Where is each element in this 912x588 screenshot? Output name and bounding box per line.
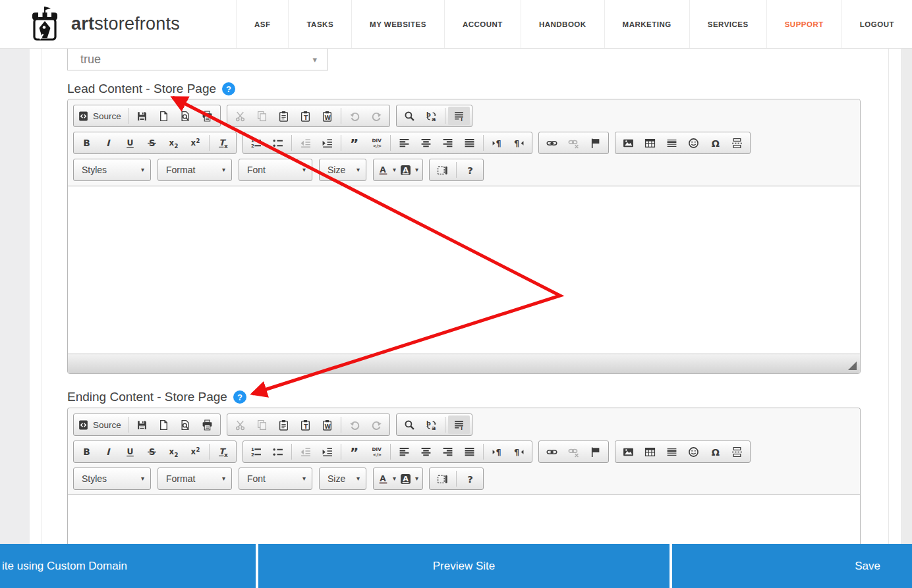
special-char-button[interactable] <box>704 442 726 461</box>
maximize-button[interactable] <box>432 161 453 179</box>
align-center-button[interactable] <box>415 134 437 152</box>
subscript-button[interactable] <box>163 442 185 461</box>
align-left-button[interactable] <box>393 442 415 461</box>
italic-button[interactable] <box>98 442 119 461</box>
nav-item-account[interactable]: ACCOUNT <box>444 0 521 48</box>
page-scrollbar[interactable] <box>901 2 912 588</box>
paste-word-button[interactable] <box>316 107 338 125</box>
bidi-rtl-button[interactable] <box>508 442 530 461</box>
preview-button[interactable] <box>175 107 196 125</box>
underline-button[interactable] <box>119 442 141 461</box>
horizontal-rule-button[interactable] <box>661 442 683 461</box>
link-button[interactable] <box>541 134 563 152</box>
preview-site-button[interactable]: Preview Site <box>258 544 670 588</box>
bulleted-list-button[interactable] <box>267 134 289 152</box>
superscript-button[interactable] <box>185 134 206 152</box>
paste-word-button[interactable] <box>316 415 338 434</box>
combo-format[interactable]: Format▾ <box>157 159 232 181</box>
editor-content-area[interactable] <box>68 495 860 544</box>
bulleted-list-button[interactable] <box>267 442 289 461</box>
align-center-button[interactable] <box>415 442 437 461</box>
combo-font[interactable]: Font▾ <box>239 468 312 490</box>
save-button[interactable]: Save <box>672 544 912 588</box>
nav-item-logout[interactable]: LOGOUT <box>841 0 912 48</box>
strikethrough-button[interactable] <box>141 134 163 152</box>
help-circle-icon[interactable]: ? <box>233 390 246 404</box>
about-button[interactable] <box>459 469 481 488</box>
help-circle-icon[interactable]: ? <box>222 82 235 95</box>
preview-button[interactable] <box>175 415 196 434</box>
remove-format-button[interactable] <box>212 442 234 461</box>
nav-item-services[interactable]: SERVICES <box>689 0 766 48</box>
text-color-button[interactable]: ▾ <box>376 469 398 488</box>
source-button[interactable]: Source <box>76 107 125 125</box>
align-justify-button[interactable] <box>459 134 480 152</box>
save-button[interactable] <box>131 107 153 125</box>
table-button[interactable] <box>639 442 661 461</box>
blockquote-button[interactable] <box>344 134 366 152</box>
bidi-rtl-button[interactable] <box>508 134 530 152</box>
combo-font[interactable]: Font▾ <box>239 159 312 181</box>
special-char-button[interactable] <box>704 134 726 152</box>
horizontal-rule-button[interactable] <box>661 134 683 152</box>
anchor-button[interactable] <box>584 442 606 461</box>
align-left-button[interactable] <box>393 134 415 152</box>
nav-item-tasks[interactable]: TASKS <box>288 0 351 48</box>
nav-item-handbook[interactable]: HANDBOOK <box>521 0 604 48</box>
find-button[interactable] <box>399 415 420 434</box>
indent-button[interactable] <box>316 442 338 461</box>
bold-button[interactable] <box>76 134 98 152</box>
select-all-button[interactable] <box>448 415 470 434</box>
new-page-button[interactable] <box>153 107 175 125</box>
bg-color-button[interactable]: ▾ <box>398 469 420 488</box>
paste-text-button[interactable] <box>295 107 316 125</box>
blockquote-button[interactable] <box>344 442 366 461</box>
maximize-button[interactable] <box>432 469 453 488</box>
bidi-ltr-button[interactable] <box>486 442 508 461</box>
combo-size[interactable]: Size▾ <box>319 468 366 490</box>
indent-button[interactable] <box>316 134 338 152</box>
remove-format-button[interactable] <box>212 134 234 152</box>
image-button[interactable] <box>617 134 639 152</box>
underline-button[interactable] <box>119 134 141 152</box>
true-dropdown[interactable]: true ▾ <box>67 49 328 70</box>
align-right-button[interactable] <box>437 134 459 152</box>
combo-size[interactable]: Size▾ <box>319 159 366 181</box>
div-container-button[interactable] <box>366 442 387 461</box>
replace-button[interactable] <box>420 107 442 125</box>
editor-content-area[interactable] <box>68 186 860 354</box>
paste-button[interactable] <box>273 107 295 125</box>
bold-button[interactable] <box>76 442 98 461</box>
new-page-button[interactable] <box>153 415 175 434</box>
table-button[interactable] <box>639 134 661 152</box>
div-container-button[interactable] <box>366 134 387 152</box>
bidi-ltr-button[interactable] <box>486 134 508 152</box>
resize-handle[interactable] <box>848 361 857 370</box>
superscript-button[interactable] <box>185 442 206 461</box>
image-button[interactable] <box>617 442 639 461</box>
nav-item-support[interactable]: SUPPORT <box>766 0 841 48</box>
combo-styles[interactable]: Styles▾ <box>73 468 151 490</box>
print-button[interactable] <box>196 107 218 125</box>
align-right-button[interactable] <box>437 442 459 461</box>
page-break-button[interactable] <box>726 442 748 461</box>
about-button[interactable] <box>459 161 481 179</box>
nav-item-asf[interactable]: ASF <box>236 0 289 48</box>
strikethrough-button[interactable] <box>141 442 163 461</box>
source-button[interactable]: Source <box>76 415 125 434</box>
text-color-button[interactable]: ▾ <box>376 161 398 179</box>
page-break-button[interactable] <box>726 134 748 152</box>
print-button[interactable] <box>196 415 218 434</box>
paste-text-button[interactable] <box>295 415 316 434</box>
italic-button[interactable] <box>98 134 119 152</box>
smiley-button[interactable] <box>683 134 704 152</box>
nav-item-marketing[interactable]: MARKETING <box>604 0 689 48</box>
numbered-list-button[interactable] <box>245 134 267 152</box>
anchor-button[interactable] <box>584 134 606 152</box>
replace-button[interactable] <box>420 415 442 434</box>
combo-styles[interactable]: Styles▾ <box>73 159 151 181</box>
find-button[interactable] <box>399 107 420 125</box>
bg-color-button[interactable]: ▾ <box>398 161 420 179</box>
align-justify-button[interactable] <box>459 442 480 461</box>
brand-logo[interactable]: artstorefronts <box>26 5 180 43</box>
